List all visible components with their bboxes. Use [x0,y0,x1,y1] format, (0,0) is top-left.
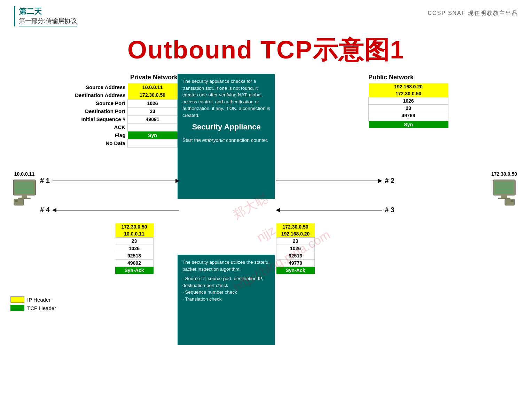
legend: IP Header TCP Header [10,296,56,313]
public-panel: Public Network 192.168.0.20 172.30.0.50 … [368,74,448,128]
num3-label: # 3 [385,206,394,214]
svg-rect-1 [15,181,34,194]
table-row: 49092 [115,260,154,267]
pub-source-port: 1026 [369,97,448,105]
svg-rect-10 [505,199,515,205]
header-section: 第一部分:传输层协议 [19,17,77,25]
flag-value: Syn [128,131,178,139]
pub-source-addr: 192.168.0.20 [369,83,448,90]
table-row: No Data [42,139,178,147]
table-row: Flag Syn [42,131,178,139]
source-address-label: Source Address [42,83,128,91]
table-row: 10.0.0.11 [115,230,154,238]
public-packet-table: 192.168.0.20 172.30.0.50 1026 23 49769 S… [368,83,448,128]
computer-icon-left [10,178,38,206]
table-row: Destination Port 23 [42,107,178,115]
header-left: 第二天 第一部分:传输层协议 [14,6,77,26]
data-value [128,139,178,147]
flag-label: Flag [42,131,128,139]
bottom-public-values: 172.30.0.50 192.168.0.20 23 1026 92513 4… [276,223,315,274]
table-row: 172.30.0.50 [369,90,448,97]
center-bullet-3: · Translation check [182,296,270,303]
center-bullet-2: · Sequence number check [182,289,270,296]
table-row: Source Port 1026 [42,99,178,107]
header: 第二天 第一部分:传输层协议 CCSP SNAF 现任明教教主出品 [0,0,532,30]
legend-green-box [10,305,24,311]
data-label: No Data [42,139,128,147]
svg-rect-4 [14,199,24,205]
dest-address-value: 172.30.0.50 [128,91,178,99]
table-row: 23 [369,105,448,112]
table-row: 92513 [276,252,315,260]
bottom-private-values: 172.30.0.50 10.0.0.11 23 1026 92513 4909… [115,223,154,274]
table-row: Syn-Ack [276,267,315,274]
legend-yellow-box [10,296,24,303]
pub-dest-port: 23 [369,105,448,112]
seq-value: 49091 [128,115,178,123]
arrow-3-head [276,208,280,212]
computer-left: 10.0.0.11 [10,171,38,207]
table-row: 1026 [276,245,315,252]
center-panel-bottom: The security appliance utilizes the stat… [178,255,275,345]
source-address-value: 10.0.0.11 [128,83,178,91]
table-row: 49769 [369,112,448,119]
arrow-2-line [276,181,382,181]
security-appliance-title: Security Appliance [182,121,270,133]
table-row: 1026 [115,245,154,252]
pub-flag: Syn [369,121,448,128]
arrow-1-line [53,181,179,181]
legend-tcp-label: TCP Header [27,305,56,311]
private-network-label: Private Network [42,74,178,81]
table-row: ACK [42,123,178,131]
arrow-1-container: # 1 [40,177,179,185]
page-title: Outbound TCP示意图1 [0,33,532,67]
table-row: 192.168.0.20 [276,230,315,238]
ack-label: ACK [42,123,128,131]
computer-icon-right [490,178,518,206]
table-row: Syn [369,121,448,128]
svg-rect-7 [494,181,514,194]
table-row: 23 [115,238,154,245]
num4-label: # 4 [40,206,50,214]
private-packet-table: Source Address 10.0.0.11 Destination Add… [42,83,178,148]
header-day: 第二天 [19,6,77,17]
svg-rect-8 [501,195,507,198]
table-row: Syn-Ack [115,267,154,274]
header-separator [19,26,77,26]
num2-label: # 2 [385,177,394,185]
source-port-label: Source Port [42,99,128,107]
table-row: 49770 [276,260,315,267]
arrow-3-line [276,210,382,210]
svg-rect-11 [511,200,514,202]
diagram: Private Network Source Address 10.0.0.11… [0,74,532,359]
arrow-4-line [53,210,179,210]
arrow-3-container: # 3 [276,206,394,214]
table-row: Initial Sequence # 49091 [42,115,178,123]
dest-port-value: 23 [128,107,178,115]
right-ip: 172.30.0.50 [490,171,518,177]
table-row: 172.30.0.50 [276,223,315,230]
svg-rect-5 [15,200,18,202]
pub-dest-addr: 172.30.0.50 [369,90,448,97]
ack-value [128,123,178,131]
arrow-2-head [378,179,382,183]
table-row: Destination Address 172.30.0.50 [42,91,178,99]
svg-rect-3 [18,198,31,199]
svg-rect-2 [22,195,27,198]
pub-seq: 49769 [369,112,448,119]
seq-label: Initial Sequence # [42,115,128,123]
center-description: The security appliance checks for a tran… [182,78,270,119]
num1-label: # 1 [40,177,50,185]
arrow-1-head [175,179,180,183]
dest-port-label: Destination Port [42,107,128,115]
arrow-4-head [52,208,56,212]
header-brand: CCSP SNAF 现任明教教主出品 [428,10,518,17]
svg-rect-9 [498,198,510,199]
arrow-2-container: # 2 [276,177,394,185]
table-row: 23 [276,238,315,245]
dest-address-label: Destination Address [42,91,128,99]
private-panel: Private Network Source Address 10.0.0.11… [42,74,178,148]
center-start-text: Start the embryonic connection counter. [182,137,270,144]
table-row: 192.168.0.20 [369,83,448,90]
arrow-4-container: # 4 [40,206,179,214]
